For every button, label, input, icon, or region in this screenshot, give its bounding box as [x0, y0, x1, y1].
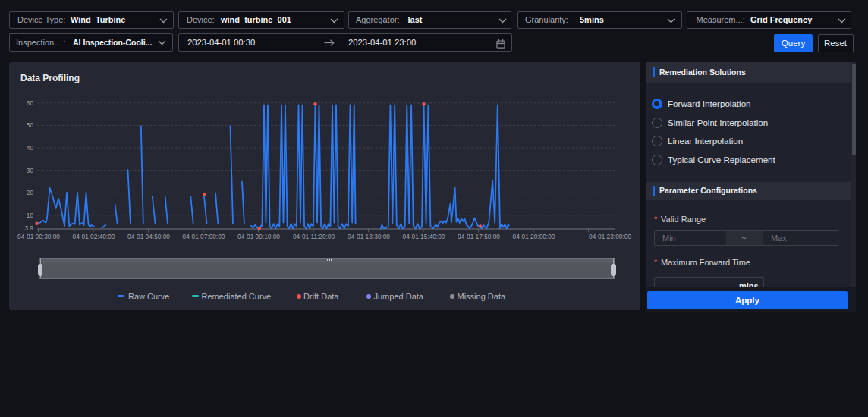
svg-text:10: 10: [27, 212, 34, 219]
svg-text:04-01 15:40:00: 04-01 15:40:00: [403, 233, 445, 240]
svg-text:04-01 11:20:00: 04-01 11:20:00: [293, 233, 335, 240]
svg-text:30: 30: [27, 167, 34, 174]
svg-text:04-01 00:30:00: 04-01 00:30:00: [17, 233, 60, 240]
svg-text:04-01 07:00:00: 04-01 07:00:00: [183, 233, 225, 240]
svg-text:04-01 02:40:00: 04-01 02:40:00: [73, 233, 115, 240]
svg-text:40: 40: [27, 144, 34, 152]
svg-text:3.9: 3.9: [24, 224, 33, 232]
svg-text:04-01 17:50:00: 04-01 17:50:00: [458, 233, 500, 240]
svg-text:04-01 23:00:00: 04-01 23:00:00: [589, 233, 631, 240]
svg-text:60: 60: [27, 99, 34, 107]
svg-text:04-01 09:10:00: 04-01 09:10:00: [237, 233, 280, 240]
svg-text:04-01 13:30:00: 04-01 13:30:00: [348, 233, 390, 240]
svg-text:50: 50: [27, 121, 34, 129]
svg-text:04-01 04:50:00: 04-01 04:50:00: [127, 233, 170, 240]
svg-text:04-01 20:00:00: 04-01 20:00:00: [513, 233, 555, 240]
svg-text:20: 20: [27, 189, 34, 196]
